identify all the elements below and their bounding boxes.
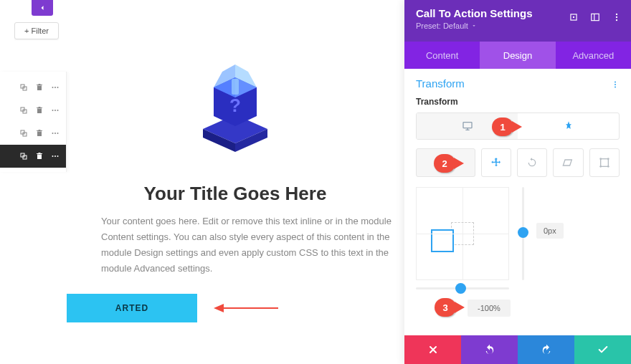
panel-tabs: Content Design Advanced (404, 42, 631, 69)
svg-point-13 (54, 133, 56, 134)
arrow-annotation (214, 301, 278, 315)
layer-row-active[interactable] (0, 145, 66, 168)
section-title[interactable]: Transform (416, 77, 620, 90)
layers-panel (0, 72, 67, 172)
undo-button[interactable] (461, 335, 518, 364)
svg-rect-44 (600, 159, 608, 167)
tab-design[interactable]: Design (480, 42, 555, 69)
move-icon (490, 157, 502, 168)
ellipsis-icon[interactable] (50, 128, 60, 138)
collapse-handle[interactable] (32, 0, 53, 16)
transform-scale[interactable]: 2 (416, 148, 475, 177)
x-offset-slider[interactable] (416, 287, 509, 289)
duplicate-icon[interactable] (19, 151, 29, 161)
desktop-icon (462, 120, 473, 132)
svg-point-8 (54, 110, 56, 111)
svg-point-12 (52, 133, 54, 134)
y-offset-value[interactable]: 0px (536, 223, 564, 239)
redo-button[interactable] (518, 335, 574, 364)
module-body: Your content goes here. Edit or remove t… (101, 214, 404, 277)
expand-icon[interactable] (568, 11, 579, 23)
check-icon (597, 344, 609, 355)
transform-rotate[interactable] (517, 148, 547, 177)
close-icon (427, 344, 439, 355)
module-title: Your Title Goes Here (144, 183, 327, 205)
layer-row[interactable] (0, 76, 66, 99)
origin-reference-box (451, 222, 474, 245)
slider-thumb[interactable] (455, 283, 466, 294)
origin-icon (599, 157, 610, 168)
slider-thumb[interactable] (518, 227, 528, 238)
skew-icon (562, 157, 574, 168)
svg-point-4 (57, 87, 59, 88)
origin-grid[interactable] (416, 187, 509, 280)
chevron-down-icon (471, 23, 477, 29)
cta-button[interactable]: ARTED (67, 294, 197, 322)
transform-origin[interactable] (589, 148, 620, 177)
chevron-left-icon (38, 4, 47, 12)
undo-icon (484, 344, 495, 355)
panel-header: Call To Action Settings Preset: Default (404, 0, 631, 42)
callout-3: 3 (435, 298, 456, 317)
cancel-button[interactable] (404, 335, 461, 364)
origin-handle[interactable] (431, 229, 454, 252)
svg-point-7 (52, 110, 54, 111)
svg-rect-28 (232, 79, 239, 95)
svg-point-36 (616, 16, 617, 18)
trash-icon[interactable] (34, 105, 44, 115)
svg-point-39 (615, 84, 616, 85)
hover-toggle[interactable]: 1 (518, 113, 619, 139)
layer-row[interactable] (0, 122, 66, 145)
svg-point-32 (573, 16, 574, 18)
ellipsis-icon[interactable] (50, 82, 60, 92)
callout-1: 1 (492, 118, 513, 136)
svg-point-35 (616, 14, 617, 15)
filter-button[interactable]: + Filter (14, 22, 59, 39)
svg-point-45 (599, 158, 602, 160)
transform-type-row: 2 (416, 148, 620, 177)
duplicate-icon[interactable] (19, 105, 29, 115)
x-offset-value[interactable]: -100% (468, 300, 511, 317)
callout-2: 2 (434, 154, 455, 173)
section-label: Transform (416, 97, 620, 107)
rotate-icon (526, 157, 538, 168)
duplicate-icon[interactable] (19, 82, 29, 92)
section-kebab-icon[interactable] (611, 79, 620, 92)
svg-marker-30 (214, 304, 224, 312)
svg-point-2 (52, 87, 54, 88)
module-illustration: ? (192, 57, 278, 158)
svg-point-40 (615, 87, 616, 88)
redo-icon (541, 344, 552, 355)
svg-point-9 (57, 110, 59, 111)
svg-point-47 (599, 166, 602, 168)
svg-text:?: ? (229, 95, 241, 116)
svg-point-46 (607, 158, 609, 160)
layer-row[interactable] (0, 99, 66, 122)
svg-rect-41 (463, 123, 472, 128)
ellipsis-icon[interactable] (50, 151, 60, 161)
trash-icon[interactable] (34, 128, 44, 138)
save-button[interactable] (574, 335, 631, 364)
svg-point-3 (54, 87, 56, 88)
trash-icon[interactable] (34, 151, 44, 161)
trash-icon[interactable] (34, 82, 44, 92)
transform-translate[interactable] (481, 148, 511, 177)
sidebar-toggle-icon[interactable] (589, 11, 601, 23)
pin-icon (563, 120, 574, 132)
panel-footer (404, 335, 631, 364)
svg-point-19 (57, 155, 59, 157)
svg-point-14 (57, 133, 59, 134)
responsive-toggle: 1 (416, 112, 620, 140)
y-offset-slider[interactable]: 0px (518, 187, 620, 280)
settings-panel: Call To Action Settings Preset: Default … (404, 0, 631, 364)
transform-skew[interactable] (553, 148, 583, 177)
svg-point-48 (607, 166, 609, 168)
duplicate-icon[interactable] (19, 128, 29, 138)
kebab-icon[interactable] (611, 11, 622, 23)
svg-point-37 (616, 19, 617, 21)
svg-point-17 (52, 155, 54, 157)
svg-rect-33 (592, 14, 599, 20)
tab-content[interactable]: Content (404, 42, 480, 69)
ellipsis-icon[interactable] (50, 105, 60, 115)
tab-advanced[interactable]: Advanced (556, 42, 631, 69)
